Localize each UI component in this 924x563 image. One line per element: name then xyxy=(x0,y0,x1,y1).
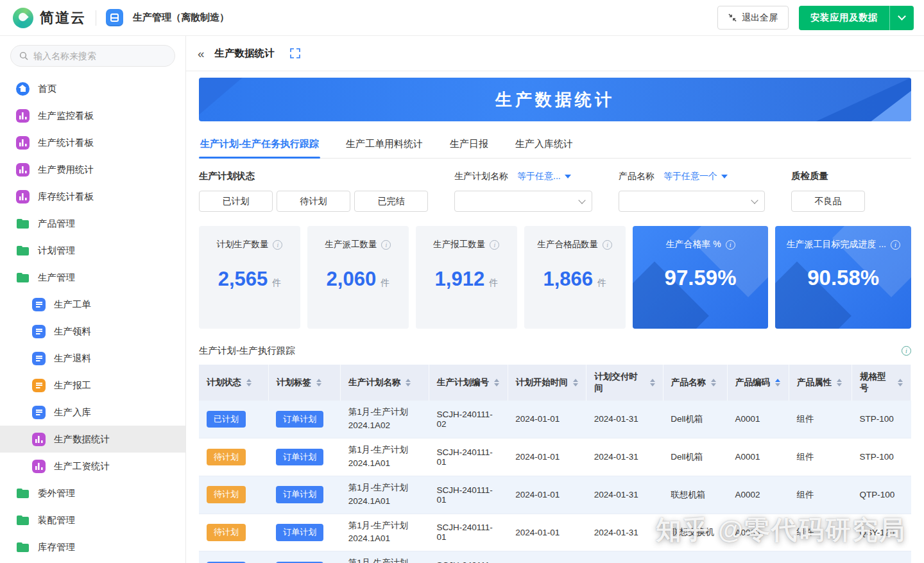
filter-option-button[interactable]: 已完结 xyxy=(354,191,428,212)
filter-label-product-name: 产品名称 xyxy=(619,171,654,182)
column-header[interactable]: 规格型号 xyxy=(851,365,911,401)
doc-icon xyxy=(32,325,46,338)
tab[interactable]: 生产入库统计 xyxy=(514,129,574,158)
exit-fullscreen-button[interactable]: 退出全屏 xyxy=(717,6,789,30)
cell-plan-name: 第1月-生产计划2024.1A01 xyxy=(341,514,429,551)
filter-option-button[interactable]: 已计划 xyxy=(199,191,273,212)
cell-spec: STP-100 xyxy=(851,401,911,438)
cell-attribute: 组件 xyxy=(789,476,851,514)
dashboard-icon xyxy=(32,460,46,473)
info-icon[interactable] xyxy=(381,240,391,250)
sidebar-item[interactable]: 装配管理 xyxy=(0,507,185,533)
sidebar-item[interactable]: 库存管理 xyxy=(0,533,185,560)
table-row[interactable]: 已计划 订单计划 第1月-生产计划2024.1A03 SCJH-240111-0… xyxy=(199,551,911,563)
stat-unit: 件 xyxy=(489,277,498,289)
sidebar-item[interactable]: 计划管理 xyxy=(0,237,185,264)
sidebar-item[interactable]: 产品管理 xyxy=(0,210,185,237)
install-app-button[interactable]: 安装应用及数据 xyxy=(799,6,914,30)
product-operator-dropdown[interactable]: 等于任意一个 xyxy=(663,171,728,182)
sidebar-item-label: 装配管理 xyxy=(38,514,75,526)
column-header[interactable]: 计划状态 xyxy=(199,365,268,401)
sort-icon[interactable] xyxy=(650,379,655,387)
table-row[interactable]: 待计划 订单计划 第1月-生产计划2024.1A01 SCJH-240111-0… xyxy=(199,514,911,551)
cell-plan-name: 第1月-生产计划2024.1A02 xyxy=(341,401,429,438)
sidebar-item[interactable]: 生产工资统计 xyxy=(0,453,185,480)
cell-due-date: 2024-01-31 xyxy=(586,514,663,551)
folder-icon xyxy=(16,487,30,500)
column-header[interactable]: 产品属性 xyxy=(789,365,851,401)
column-header[interactable]: 计划标签 xyxy=(268,365,340,401)
table-title: 生产计划-生产执行跟踪 xyxy=(199,345,295,357)
sidebar-item[interactable]: 生产统计看板 xyxy=(0,129,185,156)
table-row[interactable]: 待计划 订单计划 第1月-生产计划2024.1A01 SCJH-240111-0… xyxy=(199,438,911,476)
filter-product-name: 产品名称 等于任意一个 xyxy=(619,170,765,212)
column-header-label: 产品编码 xyxy=(735,377,770,388)
column-header[interactable]: 计划开始时间 xyxy=(508,365,586,401)
sidebar-item[interactable]: 生产退料 xyxy=(0,345,185,372)
sort-icon[interactable] xyxy=(494,379,499,387)
sort-icon[interactable] xyxy=(246,379,252,387)
filter-option-button[interactable]: 待计划 xyxy=(277,191,350,212)
sort-icon[interactable] xyxy=(406,379,411,387)
cell-tag: 订单计划 xyxy=(268,438,340,476)
sidebar-item[interactable]: 生产入库 xyxy=(0,399,185,426)
install-dropdown-button[interactable] xyxy=(889,6,914,30)
sort-icon[interactable] xyxy=(898,379,903,387)
sidebar-item[interactable]: 生产费用统计 xyxy=(0,156,185,183)
cell-spec: SYR-100 xyxy=(851,551,911,563)
plan-name-operator-dropdown[interactable]: 等于任意... xyxy=(517,171,571,182)
sidebar-item[interactable]: 首页 xyxy=(0,75,185,102)
cell-start-date: 2024-01-01 xyxy=(508,551,586,563)
sidebar-item[interactable]: 库存统计看板 xyxy=(0,183,185,210)
stat-label: 生产派工数量 xyxy=(325,239,377,250)
search-input[interactable] xyxy=(33,51,166,61)
sidebar-item[interactable]: 委外管理 xyxy=(0,480,185,507)
info-icon[interactable] xyxy=(603,240,612,250)
sort-icon[interactable] xyxy=(711,379,716,387)
sidebar-item[interactable]: 生产领料 xyxy=(0,318,185,345)
doc-icon xyxy=(32,406,46,419)
cell-product-code: A0001 xyxy=(727,401,789,438)
sidebar-item[interactable]: 生产管理 xyxy=(0,264,185,291)
table-row[interactable]: 待计划 订单计划 第1月-生产计划2024.1A01 SCJH-240111-0… xyxy=(199,476,911,514)
sidebar-item-label: 生产管理 xyxy=(38,272,75,284)
sort-icon[interactable] xyxy=(316,379,321,387)
fullscreen-icon[interactable] xyxy=(290,48,300,58)
filter-option-button[interactable]: 不良品 xyxy=(791,191,865,212)
sidebar-item-label: 产品管理 xyxy=(38,218,75,230)
collapse-sidebar-icon[interactable]: « xyxy=(198,48,205,60)
cell-status: 待计划 xyxy=(199,438,268,476)
tab[interactable]: 生产计划-生产任务执行跟踪 xyxy=(199,129,320,158)
column-header[interactable]: 生产计划名称 xyxy=(341,365,429,401)
cell-attribute: 组件 xyxy=(789,401,851,438)
table-row[interactable]: 已计划 订单计划 第1月-生产计划2024.1A02 SCJH-240111-0… xyxy=(199,401,911,438)
sidebar-item[interactable]: 生产数据统计 xyxy=(0,426,185,453)
sidebar-item[interactable]: 生产报工 xyxy=(0,372,185,399)
dashboard-icon xyxy=(16,109,30,123)
dashboard-icon xyxy=(16,163,30,177)
tab[interactable]: 生产工单用料统计 xyxy=(345,129,424,158)
sort-icon[interactable] xyxy=(775,379,780,387)
sort-icon[interactable] xyxy=(837,379,842,387)
column-header[interactable]: 生产计划编号 xyxy=(429,365,508,401)
cell-product: 联想机箱 xyxy=(663,476,727,514)
info-icon[interactable] xyxy=(891,240,900,250)
info-icon[interactable] xyxy=(273,240,282,250)
tab[interactable]: 生产日报 xyxy=(449,129,490,158)
sidebar-item-label: 计划管理 xyxy=(38,245,75,257)
info-icon[interactable] xyxy=(726,240,735,250)
sidebar-item[interactable]: 生产工单 xyxy=(0,291,185,318)
sidebar-search[interactable] xyxy=(10,45,175,67)
plan-name-select[interactable] xyxy=(454,191,592,212)
column-header[interactable]: 产品编码 xyxy=(727,365,789,401)
info-icon[interactable] xyxy=(902,346,911,356)
plan-status-options: 已计划待计划已完结 xyxy=(199,191,428,212)
product-name-select[interactable] xyxy=(619,191,765,212)
info-icon[interactable] xyxy=(490,240,499,250)
column-header[interactable]: 计划交付时间 xyxy=(586,365,663,401)
sidebar-item[interactable]: 生产监控看板 xyxy=(0,102,185,129)
cell-product-code: A0003 xyxy=(727,514,789,551)
brand-logo[interactable]: 简道云 xyxy=(13,8,86,28)
sort-icon[interactable] xyxy=(573,379,578,387)
column-header[interactable]: 产品名称 xyxy=(663,365,727,401)
